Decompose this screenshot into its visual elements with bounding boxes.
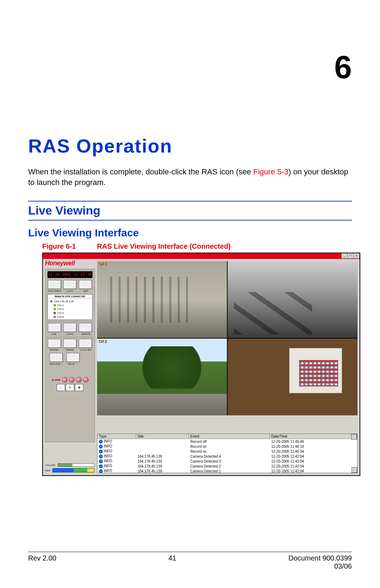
button-row-1 xyxy=(47,280,93,289)
log-row[interactable]: iINFORecord on12-20-2005 11:45:34 xyxy=(97,449,357,454)
channel-label: CH 3 xyxy=(57,311,64,315)
disconnect-label: DISCONNECT xyxy=(48,290,61,292)
button-row-4 xyxy=(47,353,93,362)
log-row[interactable]: iINFO164.178.45.139Camera Detected 312-2… xyxy=(97,459,357,464)
figure-reference-link[interactable]: Figure 5-3 xyxy=(253,167,289,176)
save-still-label: SAVE STILL xyxy=(49,363,62,365)
live-label: LIVE xyxy=(48,333,61,335)
button-labels-3: RESUME FREEZE LOCAL REC xyxy=(46,349,94,351)
camera-tag: CH 2 xyxy=(99,339,107,343)
info-icon: i xyxy=(99,445,103,448)
intro-pre: When the installation is complete, doubl… xyxy=(28,167,253,176)
camera-feed-3[interactable]: CH 2 xyxy=(97,339,227,415)
button-labels-4: SAVE STILL SETUP xyxy=(46,363,94,365)
separator xyxy=(46,321,94,322)
local-label: LOCAL xyxy=(64,333,76,335)
event-log: Type Site Event Date/Time iINFORecord of… xyxy=(97,434,357,473)
maximize-button[interactable]: □ xyxy=(347,253,354,259)
site-tree[interactable]: REMOTE SITE CONNECTED 🖥 164.178.45.139 C… xyxy=(48,294,93,320)
camera-feed-4[interactable] xyxy=(228,339,357,415)
lock-button[interactable] xyxy=(63,280,77,289)
button-labels-1: DISCONNECT LOCK EXIT xyxy=(46,290,94,292)
info-icon: i xyxy=(99,450,103,453)
save-still-button[interactable] xyxy=(50,353,63,362)
footer-date: 03/06 xyxy=(334,562,352,570)
layout-single-button[interactable]: □ xyxy=(57,384,65,391)
camera-feed-1[interactable]: CH 1 xyxy=(97,261,227,338)
alarm-label: ALARM xyxy=(51,379,60,381)
button-labels-2: LIVE LOCAL REMOTE xyxy=(46,333,94,335)
alarm-led-icon xyxy=(76,377,82,383)
volume-label: VOLUME xyxy=(45,464,56,466)
camera-grid: CH 1 CH 2 xyxy=(97,261,357,415)
local-rec-label: LOCAL REC xyxy=(80,349,92,351)
local-button[interactable] xyxy=(63,323,77,332)
scroll-down-button[interactable] xyxy=(352,467,357,473)
col-type[interactable]: Type xyxy=(97,434,136,439)
title-bar xyxy=(43,253,360,259)
close-button[interactable]: x xyxy=(353,253,360,259)
camera-tag: CH 1 xyxy=(99,262,107,266)
live-button[interactable] xyxy=(48,323,61,332)
tree-title: REMOTE SITE CONNECTED xyxy=(49,295,91,299)
col-datetime[interactable]: Date/Time xyxy=(270,434,352,439)
col-site[interactable]: Site xyxy=(136,434,189,439)
info-icon: i xyxy=(99,440,103,444)
log-row[interactable]: iINFORecord off12-20-2005 11:45:49 xyxy=(97,439,357,444)
timestamp-display: 12-20-2005 12:12:39 xyxy=(48,271,93,278)
honeywell-logo: Honeywell xyxy=(45,260,75,267)
info-icon: i xyxy=(99,469,103,473)
meters: VOLUME HDD xyxy=(45,462,94,472)
separator xyxy=(46,337,94,338)
remote-button[interactable] xyxy=(79,323,92,332)
intro-paragraph: When the installation is complete, doubl… xyxy=(28,167,352,187)
status-dot-icon xyxy=(53,304,56,307)
log-row[interactable]: iINFO164.178.45.139Camera Detected 412-2… xyxy=(97,454,357,459)
status-dot-icon xyxy=(53,316,56,318)
info-icon: i xyxy=(99,454,103,458)
resume-button[interactable] xyxy=(48,339,61,348)
camera-feed-2[interactable] xyxy=(228,261,357,338)
section-heading-live-viewing: Live Viewing xyxy=(28,201,352,221)
log-row[interactable]: iINFO164.178.45.139Camera Detected 112-2… xyxy=(97,469,357,473)
alarm-indicator-row: ALARM xyxy=(46,377,94,383)
chapter-title: RAS Operation xyxy=(28,135,352,157)
volume-slider[interactable] xyxy=(58,463,94,467)
col-event[interactable]: Event xyxy=(189,434,270,439)
hdd-usage-meter xyxy=(52,468,94,472)
setup-button[interactable] xyxy=(66,353,80,362)
button-row-3 xyxy=(47,339,93,348)
exit-button[interactable] xyxy=(79,280,92,289)
chapter-number: 6 xyxy=(28,49,352,86)
disconnect-button[interactable] xyxy=(48,280,61,289)
button-row-2 xyxy=(47,323,93,332)
info-icon: i xyxy=(99,459,103,463)
scroll-up-button[interactable] xyxy=(351,434,357,440)
layout-multi-button[interactable]: ▦ xyxy=(75,384,83,391)
local-rec-button[interactable] xyxy=(79,339,92,348)
lock-label: LOCK xyxy=(64,290,76,292)
info-icon: i xyxy=(99,464,103,468)
layout-quad-button[interactable]: ⊞ xyxy=(66,384,74,391)
minimize-button[interactable]: _ xyxy=(341,253,348,259)
monitor-icon: 🖥 xyxy=(50,300,53,303)
channel-label: CH 4 xyxy=(57,315,64,318)
log-row[interactable]: iINFO164.178.45.139Camera Detected 212-2… xyxy=(97,464,357,469)
subsection-heading-interface: Live Viewing Interface xyxy=(28,227,352,239)
exit-label: EXIT xyxy=(80,290,92,292)
channel-label: CH 2 xyxy=(57,308,64,311)
hdd-label: HDD xyxy=(45,469,50,472)
footer-page-number: 41 xyxy=(169,554,176,562)
status-dot-icon xyxy=(53,312,56,314)
freeze-label: FREEZE xyxy=(64,349,76,351)
footer-doc-number: Document 900.0399 xyxy=(289,554,352,562)
channel-label: CH 1 xyxy=(57,304,64,307)
control-panel: 12-20-2005 12:12:39 DISCONNECT LOCK EXIT… xyxy=(45,269,95,442)
log-row[interactable]: iINFORecord on12-20-2005 11:46:18 xyxy=(97,444,357,449)
remote-label: REMOTE xyxy=(80,333,92,335)
freeze-button[interactable] xyxy=(63,339,77,348)
alarm-led-icon xyxy=(62,377,68,383)
footer-rev: Rev 2.00 xyxy=(28,554,56,562)
alarm-led-icon xyxy=(83,377,89,383)
scroll-track xyxy=(352,434,357,439)
